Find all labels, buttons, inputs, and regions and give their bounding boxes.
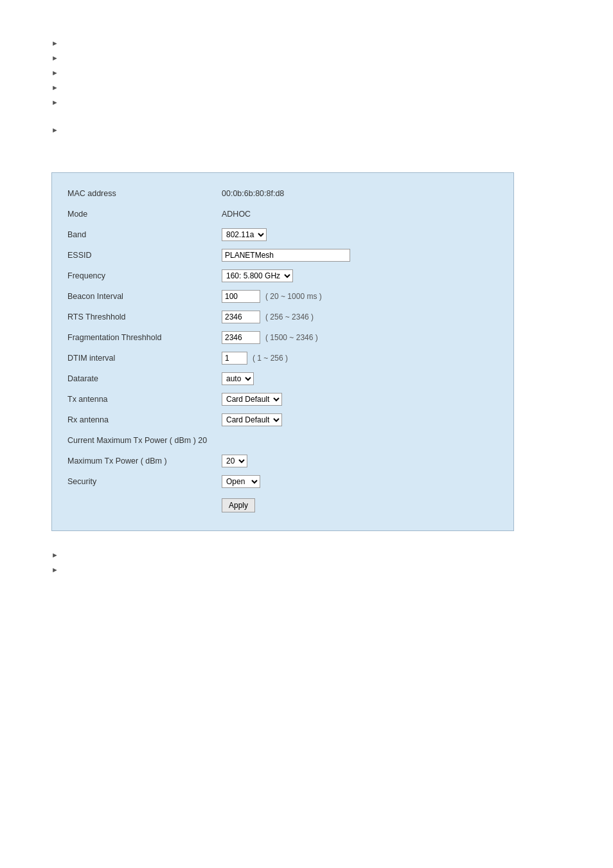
bullet-arrow-2: ►	[51, 54, 58, 62]
frag-label: Fragmentation Threshhold	[67, 333, 222, 342]
security-row: Security Open WEP WPA WPA2	[67, 474, 498, 489]
bullet-arrow-4: ►	[51, 84, 58, 91]
bullet-item-1: ►	[51, 39, 562, 47]
current-tx-label: Current Maximum Tx Power ( dBm ) 20	[67, 436, 222, 445]
mac-address-value: 00:0b:6b:80:8f:d8	[222, 189, 284, 198]
bullet-item-4: ►	[51, 83, 562, 91]
datarate-value[interactable]: auto 1 2 5.5 11 6 9 12 18 24 36 48 54	[222, 372, 254, 385]
rx-antenna-select[interactable]: Card Default Antenna 1 Antenna 2	[222, 413, 282, 426]
datarate-label: Datarate	[67, 374, 222, 383]
essid-row: ESSID	[67, 248, 498, 263]
mac-address-label: MAC address	[67, 189, 222, 198]
tx-antenna-label: Tx antenna	[67, 395, 222, 404]
mac-address-row: MAC address 00:0b:6b:80:8f:d8	[67, 186, 498, 201]
frag-hint: ( 1500 ~ 2346 )	[265, 333, 318, 342]
beacon-value[interactable]	[222, 290, 260, 303]
rx-antenna-value[interactable]: Card Default Antenna 1 Antenna 2	[222, 413, 282, 426]
frag-input[interactable]	[222, 331, 260, 344]
mid-bullet-arrow: ►	[51, 126, 58, 134]
rts-hint: ( 256 ~ 2346 )	[265, 312, 314, 321]
tx-antenna-select[interactable]: Card Default Antenna 1 Antenna 2	[222, 393, 282, 406]
max-tx-value[interactable]: 20 17 14 11 8 5	[222, 455, 247, 467]
max-tx-select[interactable]: 20 17 14 11 8 5	[222, 455, 247, 467]
top-bullet-section: ► ► ► ► ►	[51, 39, 562, 106]
frag-row: Fragmentation Threshhold ( 1500 ~ 2346 )	[67, 330, 498, 345]
band-select[interactable]: 802.11a 802.11b 802.11g 802.11n	[222, 228, 267, 241]
beacon-label: Beacon Interval	[67, 292, 222, 301]
rts-input[interactable]	[222, 311, 260, 323]
dtim-value[interactable]	[222, 352, 247, 365]
dtim-label: DTIM interval	[67, 354, 222, 363]
tx-antenna-value[interactable]: Card Default Antenna 1 Antenna 2	[222, 393, 282, 406]
band-row: Band 802.11a 802.11b 802.11g 802.11n	[67, 227, 498, 242]
rts-value[interactable]	[222, 311, 260, 323]
bullet-item-5: ►	[51, 98, 562, 106]
bottom-bullet-item-1: ►	[51, 550, 562, 559]
apply-row: Apply	[67, 494, 498, 512]
rts-label: RTS Threshhold	[67, 312, 222, 321]
mode-label: Mode	[67, 210, 222, 219]
dtim-hint: ( 1 ~ 256 )	[253, 354, 288, 363]
datarate-select[interactable]: auto 1 2 5.5 11 6 9 12 18 24 36 48 54	[222, 372, 254, 385]
bullet-arrow-3: ►	[51, 69, 58, 77]
mode-value: ADHOC	[222, 210, 251, 219]
dtim-row: DTIM interval ( 1 ~ 256 )	[67, 350, 498, 366]
essid-label: ESSID	[67, 251, 222, 260]
rts-row: RTS Threshhold ( 256 ~ 2346 )	[67, 309, 498, 325]
band-label: Band	[67, 230, 222, 239]
bullet-arrow-1: ►	[51, 39, 58, 47]
max-tx-row: Maximum Tx Power ( dBm ) 20 17 14 11 8 5	[67, 453, 498, 469]
essid-value[interactable]	[222, 249, 350, 262]
config-panel: MAC address 00:0b:6b:80:8f:d8 Mode ADHOC…	[51, 172, 514, 531]
max-tx-label: Maximum Tx Power ( dBm )	[67, 457, 222, 466]
security-label: Security	[67, 477, 222, 486]
band-value[interactable]: 802.11a 802.11b 802.11g 802.11n	[222, 228, 267, 241]
bottom-bullet-section: ► ►	[51, 550, 562, 574]
security-value[interactable]: Open WEP WPA WPA2	[222, 475, 260, 488]
security-select[interactable]: Open WEP WPA WPA2	[222, 475, 260, 488]
bullet-item-2: ►	[51, 53, 562, 62]
mode-row: Mode ADHOC	[67, 206, 498, 222]
beacon-row: Beacon Interval ( 20 ~ 1000 ms )	[67, 289, 498, 304]
frequency-label: Frequency	[67, 271, 222, 280]
essid-input[interactable]	[222, 249, 350, 262]
bullet-arrow-5: ►	[51, 98, 58, 106]
frag-value[interactable]	[222, 331, 260, 344]
bottom-bullet-item-2: ►	[51, 565, 562, 574]
dtim-input[interactable]	[222, 352, 247, 365]
bottom-bullet-arrow-1: ►	[51, 551, 58, 559]
frequency-select[interactable]: 160: 5.800 GHz 36: 5.180 GHz 40: 5.200 G…	[222, 269, 293, 282]
bottom-bullet-arrow-2: ►	[51, 566, 58, 574]
mid-bullet-item: ►	[51, 125, 562, 134]
frequency-row: Frequency 160: 5.800 GHz 36: 5.180 GHz 4…	[67, 268, 498, 284]
frequency-value[interactable]: 160: 5.800 GHz 36: 5.180 GHz 40: 5.200 G…	[222, 269, 293, 282]
beacon-input[interactable]	[222, 290, 260, 303]
apply-button[interactable]: Apply	[222, 498, 255, 512]
bullet-item-3: ►	[51, 68, 562, 77]
rx-antenna-label: Rx antenna	[67, 415, 222, 424]
rx-antenna-row: Rx antenna Card Default Antenna 1 Antenn…	[67, 412, 498, 428]
beacon-hint: ( 20 ~ 1000 ms )	[265, 292, 322, 301]
current-tx-row: Current Maximum Tx Power ( dBm ) 20	[67, 433, 498, 448]
tx-antenna-row: Tx antenna Card Default Antenna 1 Antenn…	[67, 392, 498, 407]
datarate-row: Datarate auto 1 2 5.5 11 6 9 12 18 24 36…	[67, 371, 498, 386]
